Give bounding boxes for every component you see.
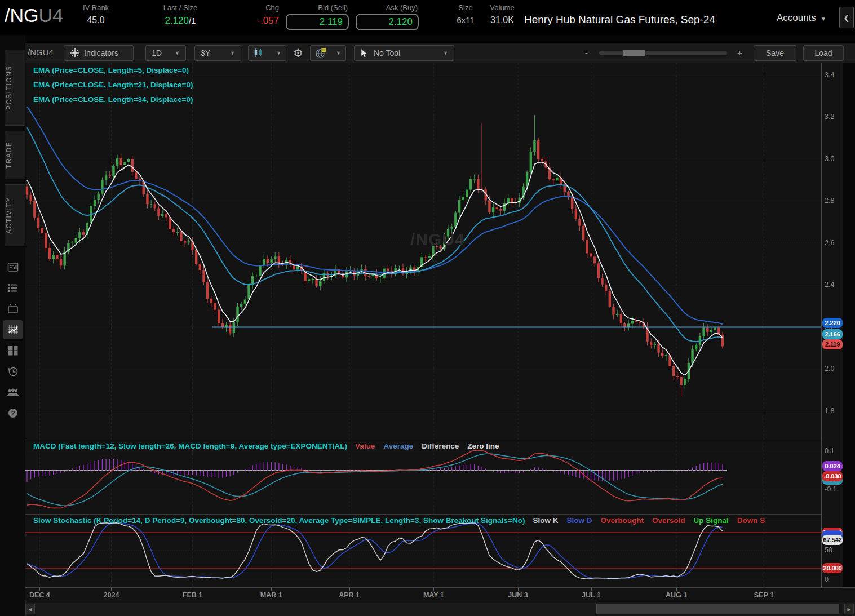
ask-button[interactable]: 2.120 — [356, 14, 419, 30]
ema5-study-label[interactable]: EMA (Price=CLOSE, Length=5, Displace=0) — [33, 66, 193, 74]
stoch-legend-row: Slow Stochastic (K Period=14, D Period=9… — [33, 516, 819, 525]
price-tick: 3.4 — [825, 71, 834, 79]
time-tick-mark — [591, 588, 592, 591]
instrument-description: Henry Hub Natural Gas Futures, Sep-24 — [524, 14, 715, 26]
settings-gear-icon[interactable]: ⚙ — [291, 45, 305, 61]
iv-rank-group: IV Rank 45.0 — [76, 0, 116, 35]
chg-group: Chg -.057 — [240, 0, 280, 35]
candlestick-icon — [253, 48, 264, 58]
size-group: Size 6x11 — [450, 0, 481, 35]
stoch-tick: 0 — [825, 575, 829, 583]
collapse-panel-button[interactable]: ❮ — [839, 7, 854, 28]
chevron-left-icon: ❮ — [844, 14, 850, 22]
indicators-label: Indicators — [84, 48, 118, 57]
volume-group: Volume 31.0K — [484, 0, 521, 35]
history-icon[interactable] — [3, 362, 23, 381]
price-tick: 3.0 — [825, 155, 834, 163]
ask-label: Ask (Buy) — [386, 3, 418, 12]
price-bubble: 2.220 — [822, 318, 843, 328]
save-button[interactable]: Save — [754, 45, 796, 61]
symbol-watermark: /NGU4 — [410, 230, 465, 249]
time-tick-label: 2024 — [104, 591, 119, 599]
zoom-slider-thumb[interactable] — [623, 50, 645, 56]
symbol-title: /NGU4 — [5, 5, 63, 26]
volume-value: 31.0K — [484, 15, 521, 25]
chart-toolbar: /NGU4 Indicators 1D▼ 3Y▼ ▼ ⚙ ▼ No Tool▼ … — [25, 43, 855, 63]
chart-icon[interactable] — [3, 320, 23, 339]
macd-panel-divider — [25, 441, 855, 441]
people-icon[interactable] — [3, 383, 23, 402]
time-tick-label: FEB 1 — [183, 591, 202, 599]
chart-scrollbar[interactable]: ◀ ▶ — [25, 602, 855, 616]
macd-tick: -0.1 — [825, 485, 837, 493]
macd-legend-row: MACD (Fast length=12, Slow length=26, MA… — [33, 442, 819, 450]
time-tick-mark — [676, 588, 677, 591]
time-tick-mark — [518, 588, 519, 591]
size-value: 6x11 — [450, 15, 481, 25]
left-sidebar: POSITIONS TRADE ACTIVITY ? — [0, 35, 25, 616]
right-gutter — [843, 63, 855, 587]
indicators-button[interactable]: Indicators — [64, 45, 134, 61]
size-label: Size — [450, 3, 481, 12]
symbol-root: /NG — [5, 5, 38, 26]
sidebar-tab-activity[interactable]: ACTIVITY — [5, 184, 25, 246]
volume-label: Volume — [484, 3, 521, 12]
time-tick-mark — [764, 588, 764, 591]
ask-group: Ask (Buy) 2.120 — [356, 0, 420, 35]
zoom-out-button[interactable]: - — [585, 45, 588, 61]
ema21-study-label[interactable]: EMA (Price=CLOSE, Length=21, Displace=0) — [33, 81, 193, 89]
scroll-left-arrow[interactable]: ◀ — [25, 604, 35, 614]
chart-panel: /NGU4 Indicators 1D▼ 3Y▼ ▼ ⚙ ▼ No Tool▼ … — [25, 35, 855, 616]
chevron-down-icon: ▼ — [276, 50, 281, 56]
stoch-study-label[interactable]: Slow Stochastic (K Period=14, D Period=9… — [33, 516, 525, 525]
timeframe-dropdown[interactable]: 1D▼ — [145, 45, 186, 61]
news-icon[interactable] — [3, 258, 23, 277]
tv-icon[interactable] — [3, 299, 23, 318]
symbol-month: U4 — [38, 5, 63, 26]
chevron-down-icon: ▼ — [821, 16, 826, 22]
legend-item: Slow D — [566, 516, 592, 525]
zoom-in-button[interactable]: + — [737, 45, 742, 61]
legend-item: Value — [355, 442, 375, 450]
last-size-group: Last / Size 2.120/1 — [135, 0, 225, 35]
drawing-set-dropdown[interactable]: ▼ — [310, 45, 346, 61]
help-icon[interactable]: ? — [3, 404, 23, 423]
symbol-input[interactable]: /NGU4 — [28, 47, 59, 57]
legend-item: Slow K — [533, 516, 558, 525]
stoch-tick: 50 — [825, 546, 832, 554]
bid-button[interactable]: 2.119 — [286, 14, 349, 30]
grid-icon[interactable] — [3, 341, 23, 360]
time-tick-label: SEP 1 — [754, 591, 774, 599]
timeframe-value: 1D — [152, 48, 162, 57]
macd-study-label[interactable]: MACD (Fast length=12, Slow length=26, MA… — [33, 442, 347, 450]
scroll-thumb[interactable] — [596, 604, 839, 614]
chart-body: EMA (Price=CLOSE, Length=5, Displace=0) … — [25, 63, 855, 587]
sidebar-tab-positions[interactable]: POSITIONS — [5, 50, 25, 126]
sidebar-tab-trade[interactable]: TRADE — [5, 131, 25, 179]
list-icon[interactable] — [3, 278, 23, 298]
chevron-down-icon: ▼ — [443, 50, 448, 56]
price-chart-canvas[interactable] — [25, 63, 821, 587]
time-axis: DEC 42024FEB 1MAR 1APR 1MAY 1JUN 3JUL 1A… — [25, 587, 855, 602]
chart-type-dropdown[interactable]: ▼ — [248, 45, 286, 61]
ema34-study-label[interactable]: EMA (Price=CLOSE, Length=34, Displace=0) — [33, 95, 193, 104]
chg-value: -.057 — [240, 15, 280, 26]
last-trade-size: /1 — [189, 16, 196, 25]
bid-label: Bid (Sell) — [318, 3, 348, 12]
load-button[interactable]: Load — [803, 45, 844, 61]
macd-bubble: -0.030 — [822, 471, 843, 481]
tool-dropdown[interactable]: No Tool▼ — [354, 45, 454, 61]
price-tick: 2.6 — [825, 239, 834, 247]
chevron-down-icon: ▼ — [175, 50, 180, 56]
last-price: 2.120 — [165, 15, 189, 26]
iv-rank-label: IV Rank — [76, 3, 116, 12]
accounts-label: Accounts — [777, 12, 816, 23]
time-tick-mark — [349, 588, 350, 591]
range-dropdown[interactable]: 3Y▼ — [194, 45, 241, 61]
accounts-button[interactable]: Accounts▼ — [777, 12, 826, 24]
legend-item: Up Signal — [693, 516, 728, 525]
zoom-slider[interactable] — [599, 51, 727, 55]
time-tick-mark — [111, 588, 112, 591]
time-tick-mark — [271, 588, 272, 591]
scroll-right-arrow[interactable]: ▶ — [844, 604, 854, 614]
